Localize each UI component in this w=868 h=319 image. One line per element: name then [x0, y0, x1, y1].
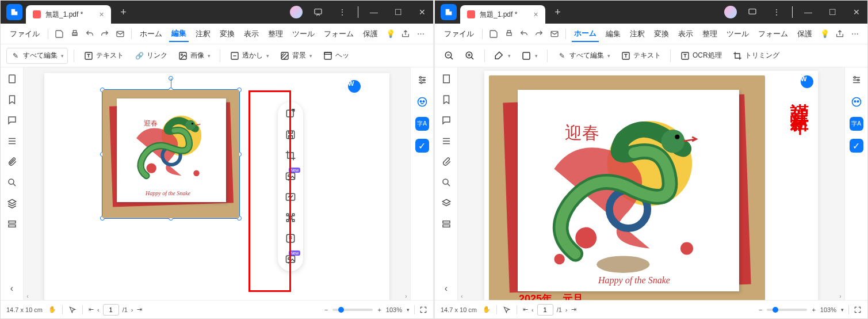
zoom-slider[interactable] — [332, 309, 373, 311]
user-avatar[interactable] — [724, 6, 737, 18]
page-input[interactable] — [537, 304, 553, 316]
app-logo-icon[interactable] — [441, 4, 457, 20]
menu-tab-form[interactable]: フォーム — [756, 26, 790, 41]
attachment-icon[interactable] — [6, 156, 18, 168]
menu-tab-annotate[interactable]: 注釈 — [628, 26, 647, 41]
minimize-button[interactable]: — — [800, 3, 817, 21]
first-page-icon[interactable]: ⇤ — [523, 306, 528, 313]
mail-icon[interactable] — [115, 28, 125, 40]
next-page-icon[interactable]: › — [131, 306, 133, 313]
zoom-dropdown-icon[interactable]: ▾ — [407, 307, 410, 313]
undo-icon[interactable] — [519, 28, 529, 40]
tab-close-icon[interactable]: × — [99, 10, 104, 19]
menu-tab-edit[interactable]: 編集 — [169, 26, 189, 42]
properties-icon[interactable] — [850, 73, 863, 87]
bookmark-icon[interactable] — [6, 94, 18, 105]
translate-icon[interactable]: 字A — [415, 117, 429, 131]
close-button[interactable]: ✕ — [414, 3, 431, 21]
word-badge-icon[interactable]: W — [801, 75, 813, 88]
h-scrollbar[interactable]: ‹› — [458, 292, 844, 300]
text-tool[interactable]: テキスト — [617, 48, 664, 63]
select-tool-icon[interactable] — [503, 306, 511, 314]
image-tool[interactable]: 画像▾ — [174, 48, 214, 63]
document-tab[interactable]: 無題_1.pdf * × — [460, 5, 545, 24]
menu-tab-form[interactable]: フォーム — [322, 26, 356, 41]
ocr-tool[interactable]: OCR処理 — [676, 48, 725, 63]
thumbnails-icon[interactable] — [6, 73, 18, 85]
replace-image-icon[interactable] — [284, 191, 297, 203]
zoom-in-icon[interactable]: + — [377, 306, 381, 313]
tab-close-icon[interactable]: × — [533, 10, 538, 19]
check-icon[interactable]: ✓ — [415, 139, 429, 153]
thumbnails-icon[interactable] — [441, 73, 452, 85]
print-icon[interactable] — [503, 28, 514, 40]
undo-icon[interactable] — [85, 28, 95, 40]
menu-tab-home[interactable]: ホーム — [572, 26, 599, 42]
tab-add-button[interactable]: + — [552, 6, 564, 18]
collapse-icon[interactable]: ‹ — [6, 283, 18, 294]
hand-tool-icon[interactable]: ✋ — [483, 306, 491, 313]
hand-tool-icon[interactable]: ✋ — [48, 306, 56, 313]
zoom-out-icon[interactable]: − — [324, 306, 328, 313]
save-icon[interactable] — [488, 28, 499, 40]
list-icon[interactable] — [441, 135, 452, 147]
fields-icon[interactable] — [6, 218, 18, 230]
redo-icon[interactable] — [100, 28, 110, 40]
menu-tab-convert[interactable]: 変換 — [217, 26, 237, 41]
document-canvas[interactable]: W — [24, 67, 410, 300]
zoom-slider[interactable] — [767, 309, 807, 311]
zoom-in-tool[interactable] — [461, 48, 479, 63]
menu-tab-annotate[interactable]: 注釈 — [193, 26, 213, 41]
print-icon[interactable] — [69, 28, 79, 40]
menu-tab-organize[interactable]: 整理 — [266, 26, 285, 41]
trimming-tool[interactable]: トリミング — [729, 48, 783, 63]
menu-tab-view[interactable]: 表示 — [242, 26, 261, 41]
document-canvas[interactable]: W — [458, 67, 844, 300]
layers-icon[interactable] — [6, 198, 18, 209]
layers-icon[interactable] — [441, 198, 452, 209]
share-icon[interactable] — [834, 28, 846, 40]
word-badge-icon[interactable]: W — [348, 80, 361, 93]
collapse-icon[interactable]: ‹ — [441, 283, 452, 294]
ai-image-icon[interactable]: New — [284, 253, 297, 265]
more-icon[interactable]: ⋮ — [334, 3, 351, 21]
tab-add-button[interactable]: + — [118, 6, 129, 18]
next-page-icon[interactable]: › — [565, 306, 568, 313]
attachment-icon[interactable] — [441, 156, 452, 168]
comment-panel-icon[interactable] — [6, 115, 18, 126]
text-tool[interactable]: テキスト — [80, 48, 127, 63]
close-button[interactable]: ✕ — [848, 3, 865, 21]
prev-page-icon[interactable]: ‹ — [531, 306, 534, 313]
mail-icon[interactable] — [549, 28, 560, 40]
extract-text-icon[interactable] — [284, 211, 297, 224]
save-icon[interactable] — [54, 28, 64, 40]
document-tab[interactable]: 無題_1.pdf * × — [26, 5, 111, 24]
minimize-button[interactable]: — — [365, 3, 383, 21]
menu-tab-protect[interactable]: 保護 — [795, 26, 815, 41]
select-tool-icon[interactable] — [68, 306, 77, 314]
more-icon[interactable]: ⋮ — [768, 3, 785, 21]
fit-page-icon[interactable] — [854, 306, 862, 314]
fields-icon[interactable] — [441, 218, 452, 230]
search-sidebar-icon[interactable] — [441, 177, 452, 188]
translate-icon[interactable]: 字A — [850, 117, 863, 131]
comment-icon[interactable] — [309, 3, 327, 21]
enhance-image-icon[interactable]: New — [284, 170, 297, 183]
ai-assistant-icon[interactable] — [850, 95, 863, 109]
overflow-icon[interactable]: ⋯ — [849, 28, 861, 40]
bulb-icon[interactable]: 💡 — [385, 28, 396, 40]
watermark-tool[interactable]: 透かし▾ — [226, 48, 273, 63]
ocr-image-icon[interactable] — [284, 232, 297, 245]
search-sidebar-icon[interactable] — [6, 177, 18, 188]
add-image-icon[interactable] — [284, 108, 297, 120]
shape-tool[interactable]: ▾ — [518, 48, 541, 63]
menu-tab-home[interactable]: ホーム — [137, 26, 165, 41]
zoom-dropdown-icon[interactable]: ▾ — [841, 307, 844, 313]
zoom-out-icon[interactable]: − — [759, 306, 762, 313]
menu-tab-protect[interactable]: 保護 — [361, 26, 380, 41]
background-tool[interactable]: 背景▾ — [276, 48, 316, 63]
zoom-out-tool[interactable] — [441, 48, 458, 63]
menu-tab-convert[interactable]: 変換 — [652, 26, 671, 41]
highlight-tool[interactable]: ▾ — [491, 48, 514, 63]
menu-tab-tools[interactable]: ツール — [724, 26, 751, 41]
